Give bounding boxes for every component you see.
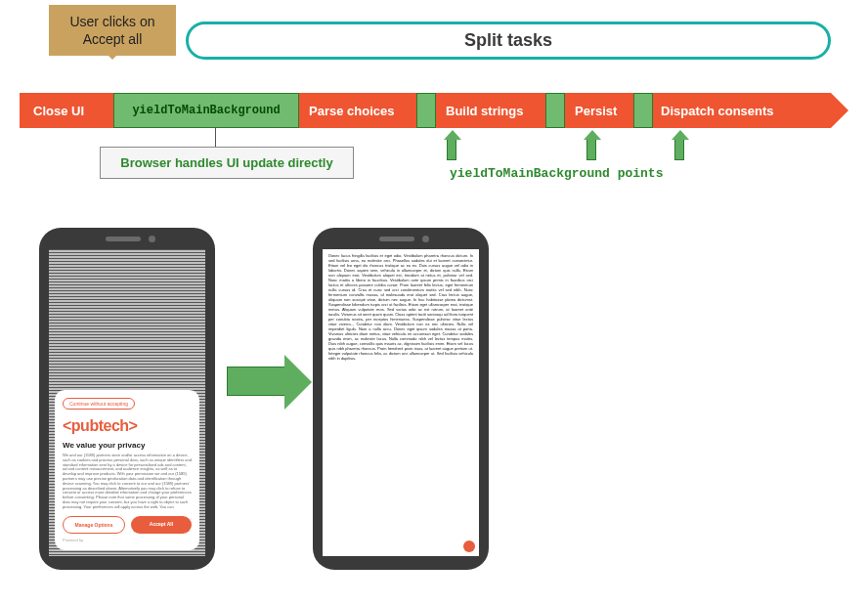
yield-point-3 <box>633 93 653 128</box>
timeline-arrow: Close UI yieldToMainBackground Parse cho… <box>20 93 831 128</box>
floating-action-button[interactable] <box>463 540 475 552</box>
continue-without-button[interactable]: Continue without accepting <box>63 398 135 410</box>
accept-all-button[interactable]: Accept All <box>131 516 192 534</box>
phase-build: Build strings <box>436 104 545 118</box>
consent-body-text: We and our (1589) partners store and/or … <box>63 454 192 510</box>
transition-arrow <box>227 367 285 396</box>
phase-dispatch: Dispatch consents <box>653 104 784 118</box>
callout-line1: User clicks on <box>69 14 154 29</box>
arrow-up-2 <box>586 139 596 160</box>
note-connector-line <box>215 127 216 147</box>
article-body: Donec lacus fringilla facilisis et eget … <box>323 249 479 556</box>
callout-line2: Accept all <box>83 31 143 47</box>
browser-handles-note: Browser handles UI update directly <box>100 147 354 179</box>
phone-camera-dot <box>149 236 155 242</box>
phone-camera-dot <box>422 236 429 242</box>
phase-parse: Parse choices <box>299 104 416 118</box>
phone-screen-after: Donec lacus fringilla facilisis et eget … <box>323 249 479 556</box>
yield-box-main: yieldToMainBackground <box>113 93 299 128</box>
task-split-diagram: User clicks on Accept all Split tasks Cl… <box>20 20 848 586</box>
phone-before: Continue without accepting <pubtech> We … <box>39 228 215 570</box>
powered-by-label: Powered by <box>63 538 192 542</box>
pubtech-logo: <pubtech> <box>63 417 192 435</box>
arrow-up-1 <box>447 139 456 160</box>
phone-screen-before: Continue without accepting <pubtech> We … <box>49 249 205 556</box>
phone-speaker <box>106 237 141 241</box>
yield-point-2 <box>545 93 565 128</box>
consent-headline: We value your privacy <box>63 441 192 450</box>
phase-close-ui: Close UI <box>20 104 113 118</box>
phone-after: Donec lacus fringilla facilisis et eget … <box>313 228 489 570</box>
phase-persist: Persist <box>565 104 633 118</box>
phone-speaker <box>379 237 414 241</box>
article-text: Donec lacus fringilla facilisis et eget … <box>328 253 473 361</box>
consent-dialog: Continue without accepting <pubtech> We … <box>55 390 199 550</box>
user-click-callout: User clicks on Accept all <box>49 5 176 56</box>
manage-options-button[interactable]: Manage Options <box>63 516 125 534</box>
yield-box-label: yieldToMainBackground <box>132 104 280 117</box>
arrow-up-3 <box>674 139 684 160</box>
yield-point-1 <box>416 93 436 128</box>
split-tasks-title: Split tasks <box>186 22 831 60</box>
yield-points-label: yieldToMainBackground points <box>450 166 663 181</box>
